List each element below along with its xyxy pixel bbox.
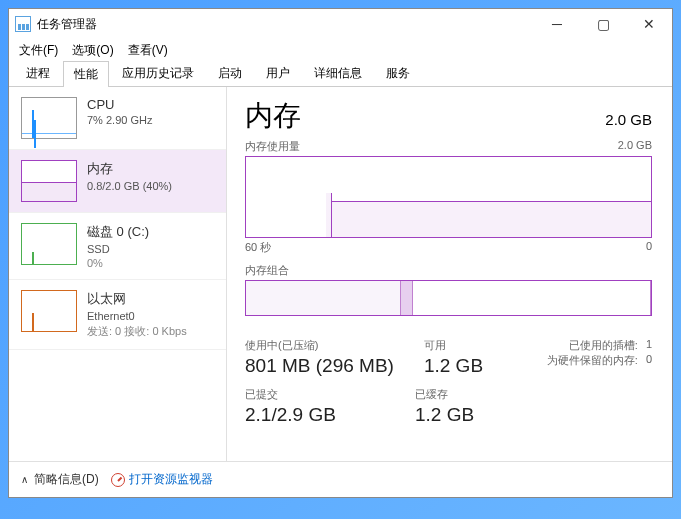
composition-label: 内存组合 xyxy=(245,263,289,278)
reserved-value: 0 xyxy=(646,353,652,368)
stat-label: 已缓存 xyxy=(415,387,485,402)
tab-details[interactable]: 详细信息 xyxy=(303,60,373,86)
disk-thumbnail-icon xyxy=(21,223,77,265)
stat-value: 1.2 GB xyxy=(415,404,485,426)
sidebar-item-ethernet[interactable]: 以太网 Ethernet0 发送: 0 接收: 0 Kbps xyxy=(9,280,226,350)
tab-services[interactable]: 服务 xyxy=(375,60,421,86)
cpu-thumbnail-icon xyxy=(21,97,77,139)
memory-thumbnail-icon xyxy=(21,160,77,202)
main-header: 内存 2.0 GB xyxy=(245,97,652,135)
tab-startup[interactable]: 启动 xyxy=(207,60,253,86)
sidebar-item-label: 以太网 xyxy=(87,290,187,308)
stat-label: 已提交 xyxy=(245,387,385,402)
memory-composition-chart xyxy=(245,280,652,316)
memory-usage-chart xyxy=(245,156,652,238)
sidebar-item-sub: 7% 2.90 GHz xyxy=(87,114,152,126)
usage-label: 内存使用量 xyxy=(245,139,300,154)
chevron-up-icon: ∧ xyxy=(21,474,28,485)
memory-total: 2.0 GB xyxy=(605,111,652,128)
sidebar-item-label: 内存 xyxy=(87,160,172,178)
ethernet-thumbnail-icon xyxy=(21,290,77,332)
fewer-details-label: 简略信息(D) xyxy=(34,471,99,488)
window-controls: ─ ▢ ✕ xyxy=(534,9,672,39)
tab-app-history[interactable]: 应用历史记录 xyxy=(111,60,205,86)
axis-left: 60 秒 xyxy=(245,240,271,255)
maximize-button[interactable]: ▢ xyxy=(580,9,626,39)
stat-value: 1.2 GB xyxy=(424,355,494,377)
composition-modified xyxy=(401,281,413,315)
stat-value: 801 MB (296 MB) xyxy=(245,355,394,377)
titlebar[interactable]: 任务管理器 ─ ▢ ✕ xyxy=(9,9,672,39)
fewer-details-toggle[interactable]: ∧ 简略信息(D) xyxy=(21,471,99,488)
tab-performance[interactable]: 性能 xyxy=(63,61,109,87)
tab-bar: 进程 性能 应用历史记录 启动 用户 详细信息 服务 xyxy=(9,61,672,87)
sidebar-item-sub: SSD xyxy=(87,243,149,255)
page-title: 内存 xyxy=(245,97,301,135)
stat-in-use: 使用中(已压缩) 801 MB (296 MB) xyxy=(245,338,394,377)
slots-label: 已使用的插槽: xyxy=(569,338,638,353)
sidebar-item-sub2: 发送: 0 接收: 0 Kbps xyxy=(87,324,187,339)
app-icon xyxy=(15,16,31,32)
chart-fill xyxy=(331,201,651,237)
composition-free xyxy=(413,281,651,315)
minimize-button[interactable]: ─ xyxy=(534,9,580,39)
content-area: CPU 7% 2.90 GHz 内存 0.8/2.0 GB (40%) 磁盘 0… xyxy=(9,87,672,461)
sidebar-item-label: CPU xyxy=(87,97,152,112)
stat-value: 2.1/2.9 GB xyxy=(245,404,385,426)
footer-bar: ∧ 简略信息(D) 打开资源监视器 xyxy=(9,461,672,497)
composition-labels: 内存组合 xyxy=(245,263,652,278)
performance-sidebar: CPU 7% 2.90 GHz 内存 0.8/2.0 GB (40%) 磁盘 0… xyxy=(9,87,227,461)
reserved-label: 为硬件保留的内存: xyxy=(547,353,638,368)
hardware-info: 已使用的插槽:1 为硬件保留的内存:0 xyxy=(547,338,652,377)
stat-committed: 已提交 2.1/2.9 GB xyxy=(245,387,385,426)
sidebar-item-sub: 0.8/2.0 GB (40%) xyxy=(87,180,172,192)
menu-file[interactable]: 文件(F) xyxy=(19,42,58,59)
task-manager-window: 任务管理器 ─ ▢ ✕ 文件(F) 选项(O) 查看(V) 进程 性能 应用历史… xyxy=(8,8,673,498)
sidebar-info: 磁盘 0 (C:) SSD 0% xyxy=(87,223,149,269)
sidebar-item-label: 磁盘 0 (C:) xyxy=(87,223,149,241)
sidebar-item-sub2: 0% xyxy=(87,257,149,269)
window-title: 任务管理器 xyxy=(37,16,97,33)
sidebar-info: CPU 7% 2.90 GHz xyxy=(87,97,152,139)
slots-value: 1 xyxy=(646,338,652,353)
menu-view[interactable]: 查看(V) xyxy=(128,42,168,59)
usage-chart-labels: 内存使用量 2.0 GB xyxy=(245,139,652,154)
menubar: 文件(F) 选项(O) 查看(V) xyxy=(9,39,672,61)
stat-label: 可用 xyxy=(424,338,494,353)
resource-monitor-icon xyxy=(111,473,125,487)
stat-available: 可用 1.2 GB xyxy=(424,338,494,377)
sidebar-info: 以太网 Ethernet0 发送: 0 接收: 0 Kbps xyxy=(87,290,187,339)
sidebar-info: 内存 0.8/2.0 GB (40%) xyxy=(87,160,172,202)
tab-processes[interactable]: 进程 xyxy=(15,60,61,86)
open-resource-monitor-link[interactable]: 打开资源监视器 xyxy=(111,471,213,488)
close-button[interactable]: ✕ xyxy=(626,9,672,39)
stat-cached: 已缓存 1.2 GB xyxy=(415,387,485,426)
sidebar-item-disk[interactable]: 磁盘 0 (C:) SSD 0% xyxy=(9,213,226,280)
stats-row-2: 已提交 2.1/2.9 GB 已缓存 1.2 GB xyxy=(245,387,652,426)
menu-options[interactable]: 选项(O) xyxy=(72,42,113,59)
stats-row-1: 使用中(已压缩) 801 MB (296 MB) 可用 1.2 GB 已使用的插… xyxy=(245,338,652,377)
sidebar-item-memory[interactable]: 内存 0.8/2.0 GB (40%) xyxy=(9,150,226,213)
resource-monitor-label: 打开资源监视器 xyxy=(129,471,213,488)
tab-users[interactable]: 用户 xyxy=(255,60,301,86)
sidebar-item-cpu[interactable]: CPU 7% 2.90 GHz xyxy=(9,87,226,150)
usage-chart-axis: 60 秒 0 xyxy=(245,240,652,255)
composition-in-use xyxy=(246,281,401,315)
sidebar-item-sub: Ethernet0 xyxy=(87,310,187,322)
main-panel: 内存 2.0 GB 内存使用量 2.0 GB 60 秒 0 内存组合 xyxy=(227,87,672,461)
axis-right: 0 xyxy=(646,240,652,255)
usage-max: 2.0 GB xyxy=(618,139,652,154)
stat-label: 使用中(已压缩) xyxy=(245,338,394,353)
